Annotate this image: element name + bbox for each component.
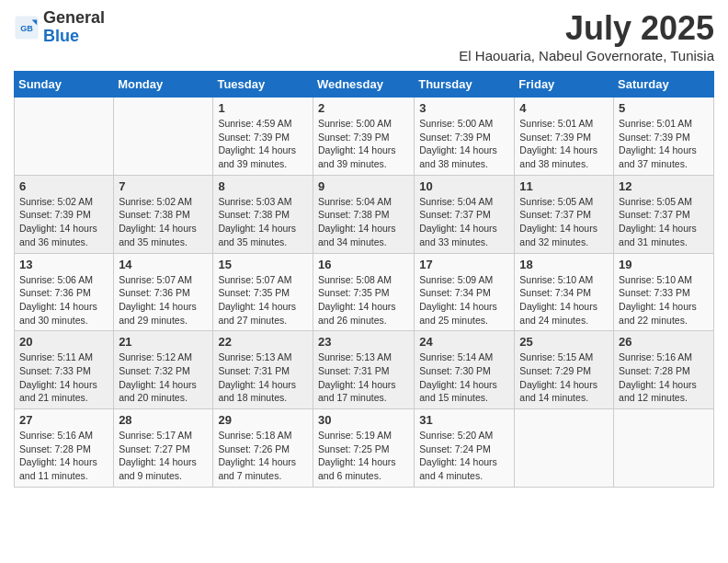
day-number: 14 xyxy=(119,258,208,271)
day-cell: 30Sunrise: 5:19 AMSunset: 7:25 PMDayligh… xyxy=(313,409,414,488)
day-number: 10 xyxy=(419,179,509,193)
calendar-table: SundayMondayTuesdayWednesdayThursdayFrid… xyxy=(14,71,714,488)
week-row-5: 27Sunrise: 5:16 AMSunset: 7:28 PMDayligh… xyxy=(15,409,714,488)
day-number: 2 xyxy=(318,101,409,115)
day-info: Sunrise: 5:01 AMSunset: 7:39 PMDaylight:… xyxy=(619,117,709,171)
title-block: July 2025 El Haouaria, Nabeul Governorat… xyxy=(459,9,714,63)
day-number: 31 xyxy=(419,413,509,427)
day-number: 27 xyxy=(19,413,108,427)
day-number: 13 xyxy=(19,258,108,271)
day-info: Sunrise: 5:16 AMSunset: 7:28 PMDaylight:… xyxy=(619,350,709,405)
day-cell: 10Sunrise: 5:04 AMSunset: 7:37 PMDayligh… xyxy=(415,175,515,253)
header-cell-friday: Friday xyxy=(515,72,614,98)
day-cell: 27Sunrise: 5:16 AMSunset: 7:28 PMDayligh… xyxy=(15,409,114,488)
day-cell: 16Sunrise: 5:08 AMSunset: 7:35 PMDayligh… xyxy=(313,253,414,331)
day-cell: 1Sunrise: 4:59 AMSunset: 7:39 PMDaylight… xyxy=(213,98,313,176)
day-cell: 29Sunrise: 5:18 AMSunset: 7:26 PMDayligh… xyxy=(213,409,313,488)
day-number: 21 xyxy=(119,335,208,349)
day-cell: 12Sunrise: 5:05 AMSunset: 7:37 PMDayligh… xyxy=(614,175,714,253)
day-info: Sunrise: 5:05 AMSunset: 7:37 PMDaylight:… xyxy=(519,195,609,249)
day-number: 19 xyxy=(619,258,709,271)
day-cell: 14Sunrise: 5:07 AMSunset: 7:36 PMDayligh… xyxy=(114,253,213,331)
month-year: July 2025 xyxy=(459,9,714,48)
day-cell: 21Sunrise: 5:12 AMSunset: 7:32 PMDayligh… xyxy=(114,331,213,409)
day-info: Sunrise: 5:00 AMSunset: 7:39 PMDaylight:… xyxy=(419,117,509,171)
header-cell-sunday: Sunday xyxy=(15,72,114,98)
day-info: Sunrise: 5:20 AMSunset: 7:24 PMDaylight:… xyxy=(419,429,509,483)
day-info: Sunrise: 5:11 AMSunset: 7:33 PMDaylight:… xyxy=(19,350,108,405)
day-number: 12 xyxy=(619,179,709,193)
day-number: 22 xyxy=(218,335,308,349)
day-info: Sunrise: 5:00 AMSunset: 7:39 PMDaylight:… xyxy=(318,117,409,171)
day-number: 7 xyxy=(119,179,208,193)
day-info: Sunrise: 5:03 AMSunset: 7:38 PMDaylight:… xyxy=(218,195,308,249)
day-cell xyxy=(515,409,614,488)
day-cell: 25Sunrise: 5:15 AMSunset: 7:29 PMDayligh… xyxy=(515,331,614,409)
day-number: 29 xyxy=(218,413,308,427)
day-info: Sunrise: 5:10 AMSunset: 7:33 PMDaylight:… xyxy=(619,273,709,327)
day-number: 4 xyxy=(519,101,609,115)
header-cell-saturday: Saturday xyxy=(614,72,714,98)
day-cell xyxy=(614,409,714,488)
header-cell-tuesday: Tuesday xyxy=(213,72,313,98)
location: El Haouaria, Nabeul Governorate, Tunisia xyxy=(459,48,714,63)
day-cell xyxy=(114,98,213,176)
week-row-1: 1Sunrise: 4:59 AMSunset: 7:39 PMDaylight… xyxy=(15,98,714,176)
day-cell: 13Sunrise: 5:06 AMSunset: 7:36 PMDayligh… xyxy=(15,253,114,331)
week-row-2: 6Sunrise: 5:02 AMSunset: 7:39 PMDaylight… xyxy=(15,175,714,253)
day-info: Sunrise: 5:13 AMSunset: 7:31 PMDaylight:… xyxy=(218,350,308,405)
day-info: Sunrise: 5:04 AMSunset: 7:37 PMDaylight:… xyxy=(419,195,509,249)
day-number: 15 xyxy=(218,258,308,271)
header-cell-thursday: Thursday xyxy=(415,72,515,98)
day-cell: 4Sunrise: 5:01 AMSunset: 7:39 PMDaylight… xyxy=(515,98,614,176)
day-info: Sunrise: 5:06 AMSunset: 7:36 PMDaylight:… xyxy=(19,273,108,327)
day-info: Sunrise: 5:16 AMSunset: 7:28 PMDaylight:… xyxy=(19,429,108,483)
day-cell: 23Sunrise: 5:13 AMSunset: 7:31 PMDayligh… xyxy=(313,331,414,409)
header-row: SundayMondayTuesdayWednesdayThursdayFrid… xyxy=(15,72,714,98)
day-number: 5 xyxy=(619,101,709,115)
day-info: Sunrise: 5:13 AMSunset: 7:31 PMDaylight:… xyxy=(318,350,409,405)
day-cell: 7Sunrise: 5:02 AMSunset: 7:38 PMDaylight… xyxy=(114,175,213,253)
day-cell: 9Sunrise: 5:04 AMSunset: 7:38 PMDaylight… xyxy=(313,175,414,253)
day-cell: 2Sunrise: 5:00 AMSunset: 7:39 PMDaylight… xyxy=(313,98,414,176)
day-number: 25 xyxy=(519,335,609,349)
day-cell: 19Sunrise: 5:10 AMSunset: 7:33 PMDayligh… xyxy=(614,253,714,331)
day-info: Sunrise: 5:18 AMSunset: 7:26 PMDaylight:… xyxy=(218,429,308,483)
day-number: 9 xyxy=(318,179,409,193)
day-number: 24 xyxy=(419,335,509,349)
day-number: 3 xyxy=(419,101,509,115)
day-cell: 5Sunrise: 5:01 AMSunset: 7:39 PMDaylight… xyxy=(614,98,714,176)
day-cell: 3Sunrise: 5:00 AMSunset: 7:39 PMDaylight… xyxy=(415,98,515,176)
day-number: 16 xyxy=(318,258,409,271)
day-cell: 28Sunrise: 5:17 AMSunset: 7:27 PMDayligh… xyxy=(114,409,213,488)
day-cell: 31Sunrise: 5:20 AMSunset: 7:24 PMDayligh… xyxy=(415,409,515,488)
day-info: Sunrise: 5:02 AMSunset: 7:39 PMDaylight:… xyxy=(19,195,108,249)
day-number: 20 xyxy=(19,335,108,349)
day-cell: 26Sunrise: 5:16 AMSunset: 7:28 PMDayligh… xyxy=(614,331,714,409)
logo-icon: GB xyxy=(14,15,40,40)
week-row-4: 20Sunrise: 5:11 AMSunset: 7:33 PMDayligh… xyxy=(15,331,714,409)
logo-text: GeneralBlue xyxy=(43,9,105,46)
day-info: Sunrise: 5:15 AMSunset: 7:29 PMDaylight:… xyxy=(519,350,609,405)
day-info: Sunrise: 5:10 AMSunset: 7:34 PMDaylight:… xyxy=(519,273,609,327)
day-number: 23 xyxy=(318,335,409,349)
day-info: Sunrise: 5:04 AMSunset: 7:38 PMDaylight:… xyxy=(318,195,409,249)
day-cell: 20Sunrise: 5:11 AMSunset: 7:33 PMDayligh… xyxy=(15,331,114,409)
day-cell: 11Sunrise: 5:05 AMSunset: 7:37 PMDayligh… xyxy=(515,175,614,253)
day-cell: 6Sunrise: 5:02 AMSunset: 7:39 PMDaylight… xyxy=(15,175,114,253)
day-cell: 8Sunrise: 5:03 AMSunset: 7:38 PMDaylight… xyxy=(213,175,313,253)
day-info: Sunrise: 5:07 AMSunset: 7:36 PMDaylight:… xyxy=(119,273,208,327)
day-info: Sunrise: 5:02 AMSunset: 7:38 PMDaylight:… xyxy=(119,195,208,249)
day-number: 26 xyxy=(619,335,709,349)
day-cell: 18Sunrise: 5:10 AMSunset: 7:34 PMDayligh… xyxy=(515,253,614,331)
day-info: Sunrise: 5:07 AMSunset: 7:35 PMDaylight:… xyxy=(218,273,308,327)
day-number: 18 xyxy=(519,258,609,271)
day-number: 11 xyxy=(519,179,609,193)
day-info: Sunrise: 5:17 AMSunset: 7:27 PMDaylight:… xyxy=(119,429,208,483)
page-header: GB GeneralBlue July 2025 El Haouaria, Na… xyxy=(14,9,714,63)
day-number: 1 xyxy=(218,101,308,115)
day-info: Sunrise: 5:19 AMSunset: 7:25 PMDaylight:… xyxy=(318,429,409,483)
day-number: 28 xyxy=(119,413,208,427)
day-info: Sunrise: 5:05 AMSunset: 7:37 PMDaylight:… xyxy=(619,195,709,249)
day-info: Sunrise: 5:14 AMSunset: 7:30 PMDaylight:… xyxy=(419,350,509,405)
